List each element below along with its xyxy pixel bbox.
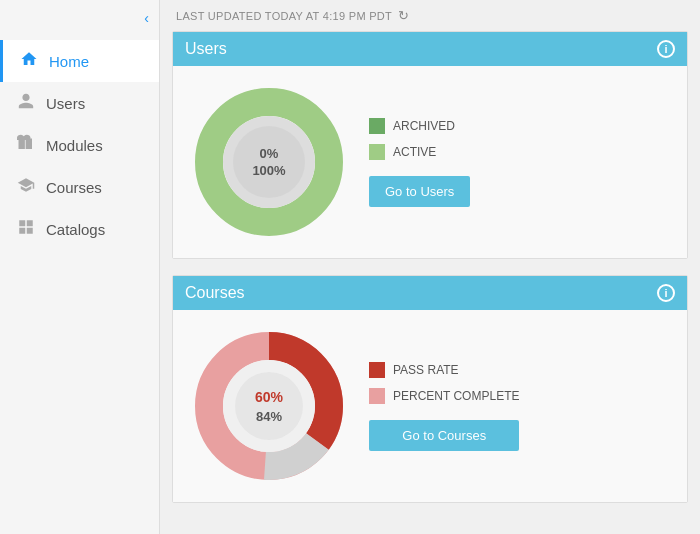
- svg-point-7: [235, 372, 303, 440]
- active-color-swatch: [369, 144, 385, 160]
- courses-legend-actions: PASS RATE PERCENT COMPLETE Go to Courses: [369, 362, 519, 451]
- top-bar: LAST UPDATED TODAY AT 4:19 PM PDT ↻: [160, 0, 700, 31]
- active-label: ACTIVE: [393, 145, 436, 159]
- users-card-header: Users i: [173, 32, 687, 66]
- sidebar-label-modules: Modules: [46, 137, 103, 154]
- archived-label: ARCHIVED: [393, 119, 455, 133]
- last-updated-text: LAST UPDATED TODAY AT 4:19 PM PDT: [176, 10, 392, 22]
- sidebar-item-home[interactable]: Home: [0, 40, 159, 82]
- go-to-courses-button[interactable]: Go to Courses: [369, 420, 519, 451]
- modules-icon: [16, 134, 36, 156]
- courses-card-body: 60% 84% PASS RATE PERCENT COMPLETE Go to…: [173, 310, 687, 502]
- users-card-title: Users: [185, 40, 227, 58]
- courses-legend-percent-complete: PERCENT COMPLETE: [369, 388, 519, 404]
- sidebar-nav: Home Users Modules Courses Catalogs: [0, 40, 159, 250]
- pass-rate-color-swatch: [369, 362, 385, 378]
- courses-card: Courses i: [172, 275, 688, 503]
- home-icon: [19, 50, 39, 72]
- sidebar-item-catalogs[interactable]: Catalogs: [0, 208, 159, 250]
- refresh-icon[interactable]: ↻: [398, 8, 409, 23]
- users-legend-active: ACTIVE: [369, 144, 470, 160]
- main-content: LAST UPDATED TODAY AT 4:19 PM PDT ↻ User…: [160, 0, 700, 534]
- users-card: Users i 0% 100%: [172, 31, 688, 259]
- courses-icon: [16, 176, 36, 198]
- courses-card-title: Courses: [185, 284, 245, 302]
- courses-info-icon[interactable]: i: [657, 284, 675, 302]
- users-icon: [16, 92, 36, 114]
- sidebar: ‹ Home Users Modules Courses: [0, 0, 160, 534]
- sidebar-label-home: Home: [49, 53, 89, 70]
- sidebar-item-users[interactable]: Users: [0, 82, 159, 124]
- sidebar-item-courses[interactable]: Courses: [0, 166, 159, 208]
- courses-legend-pass-rate: PASS RATE: [369, 362, 519, 378]
- users-legend-archived: ARCHIVED: [369, 118, 470, 134]
- archived-color-swatch: [369, 118, 385, 134]
- sidebar-label-courses: Courses: [46, 179, 102, 196]
- sidebar-label-users: Users: [46, 95, 85, 112]
- sidebar-item-modules[interactable]: Modules: [0, 124, 159, 166]
- users-info-icon[interactable]: i: [657, 40, 675, 58]
- courses-chart: 60% 84%: [189, 326, 349, 486]
- courses-card-header: Courses i: [173, 276, 687, 310]
- users-card-body: 0% 100% ARCHIVED ACTIVE Go to Users: [173, 66, 687, 258]
- users-chart: 0% 100%: [189, 82, 349, 242]
- catalogs-icon: [16, 218, 36, 240]
- svg-point-2: [233, 126, 305, 198]
- pass-rate-label: PASS RATE: [393, 363, 459, 377]
- users-legend-actions: ARCHIVED ACTIVE Go to Users: [369, 118, 470, 207]
- sidebar-label-catalogs: Catalogs: [46, 221, 105, 238]
- percent-complete-label: PERCENT COMPLETE: [393, 389, 519, 403]
- sidebar-toggle-button[interactable]: ‹: [144, 10, 149, 26]
- percent-complete-color-swatch: [369, 388, 385, 404]
- go-to-users-button[interactable]: Go to Users: [369, 176, 470, 207]
